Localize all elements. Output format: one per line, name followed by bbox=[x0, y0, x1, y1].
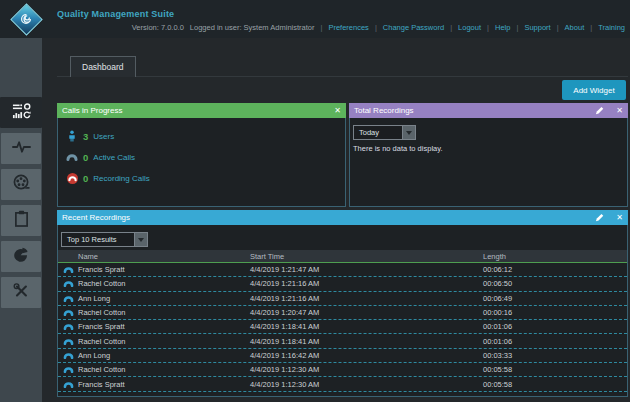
recording-start-time: 4/4/2019 1:12:30 AM bbox=[250, 365, 483, 374]
close-icon[interactable]: ✕ bbox=[334, 107, 341, 115]
recording-table-row[interactable]: Ann Long 4/4/2019 1:21:16 AM 00:06:49 bbox=[58, 292, 627, 306]
pie-chart-icon bbox=[13, 247, 29, 267]
app-header: Quality Management Suite Version: 7.0.0.… bbox=[0, 0, 630, 38]
tab-dashboard[interactable]: Dashboard bbox=[70, 56, 136, 77]
logged-in-user-label: Logged in user: System Administrator bbox=[190, 23, 315, 32]
recording-length: 00:01:06 bbox=[483, 337, 627, 346]
phone-handset-icon bbox=[58, 323, 78, 330]
recording-length: 00:03:33 bbox=[483, 351, 627, 360]
recording-name: Rachel Cotton bbox=[78, 365, 250, 374]
change-password-link[interactable]: Change Password bbox=[383, 23, 444, 32]
training-link[interactable]: Training bbox=[598, 23, 625, 32]
recording-start-time: 4/4/2019 1:18:41 AM bbox=[250, 337, 483, 346]
sidebar-item-dashboard[interactable] bbox=[0, 97, 42, 128]
phone-handset-icon bbox=[58, 395, 78, 397]
sidebar-item-recordings[interactable] bbox=[1, 169, 41, 200]
app-title: Quality Management Suite bbox=[57, 9, 174, 19]
edit-pencil-icon[interactable] bbox=[595, 213, 604, 222]
help-link[interactable]: Help bbox=[495, 23, 510, 32]
recording-name: Ann Long bbox=[78, 294, 250, 303]
recording-length: 00:05:58 bbox=[483, 380, 627, 389]
add-widget-button[interactable]: Add Widget bbox=[562, 80, 626, 100]
phone-handset-icon bbox=[58, 309, 78, 316]
close-icon[interactable]: ✕ bbox=[616, 107, 623, 115]
dashboard-icon bbox=[12, 103, 31, 123]
sidebar-item-reports[interactable] bbox=[1, 205, 41, 236]
nav-sidebar bbox=[0, 38, 42, 402]
sidebar-item-settings[interactable] bbox=[1, 277, 41, 308]
recording-start-time: 4/4/2019 1:21:16 AM bbox=[250, 294, 483, 303]
divider: | bbox=[557, 23, 559, 32]
recordings-reel-icon bbox=[13, 174, 30, 195]
recording-start-time: 4/4/2019 1:10:50 AM bbox=[250, 394, 483, 397]
recording-table-row[interactable]: Ann Long 4/4/2019 1:16:42 AM 00:03:33 bbox=[58, 349, 627, 363]
header-meta-bar: Version: 7.0.0.0 Logged in user: System … bbox=[132, 22, 625, 33]
start-time-column-header: Start Time bbox=[250, 252, 483, 261]
close-icon[interactable]: ✕ bbox=[616, 214, 623, 222]
recording-table-row[interactable]: Rachel Cotton 4/4/2019 1:18:41 AM 00:01:… bbox=[58, 334, 627, 348]
preferences-link[interactable]: Preferences bbox=[328, 23, 368, 32]
version-label: Version: 7.0.0.0 bbox=[132, 23, 184, 32]
settings-tools-icon bbox=[13, 283, 29, 303]
users-stat: 3 Users bbox=[66, 129, 345, 143]
phone-handset-icon bbox=[58, 352, 78, 359]
active-calls-label: Active Calls bbox=[93, 153, 135, 162]
sidebar-item-activity[interactable] bbox=[1, 133, 41, 164]
users-count: 3 bbox=[83, 131, 88, 142]
no-data-message: There is no data to display. bbox=[353, 144, 624, 153]
total-recordings-widget: Total Recordings ✕ Today There is no dat… bbox=[349, 103, 628, 207]
recording-start-time: 4/4/2019 1:20:47 AM bbox=[250, 308, 483, 317]
logout-link[interactable]: Logout bbox=[458, 23, 481, 32]
recording-length: 00:01:06 bbox=[483, 322, 627, 331]
phone-handset-icon bbox=[58, 280, 78, 287]
users-label: Users bbox=[93, 132, 114, 141]
phone-handset-icon bbox=[58, 295, 78, 302]
recording-name: Rachel Cotton bbox=[78, 279, 250, 288]
sidebar-item-analytics[interactable] bbox=[1, 241, 41, 272]
recordings-table-rows: Francis Spratt 4/4/2019 1:21:47 AM 00:06… bbox=[58, 263, 627, 397]
recent-recordings-header: Recent Recordings ✕ bbox=[57, 210, 628, 225]
recording-name: Ann Long bbox=[78, 394, 250, 397]
recording-table-row[interactable]: Rachel Cotton 4/4/2019 1:20:47 AM 00:00:… bbox=[58, 306, 627, 320]
recording-length: 00:05:58 bbox=[483, 365, 627, 374]
about-link[interactable]: About bbox=[565, 23, 585, 32]
results-filter-row: Top 10 Results bbox=[58, 225, 627, 250]
recording-length: 00:06:50 bbox=[483, 279, 627, 288]
calls-in-progress-widget: Calls in Progress ✕ 3 Users 0 Active Cal… bbox=[57, 103, 346, 207]
recording-calls-count: 0 bbox=[83, 173, 88, 184]
support-link[interactable]: Support bbox=[524, 23, 550, 32]
recording-table-row[interactable]: Ann Long 4/4/2019 1:10:50 AM 00:03:50 bbox=[58, 392, 627, 397]
recording-table-row[interactable]: Francis Spratt 4/4/2019 1:12:30 AM 00:05… bbox=[58, 377, 627, 391]
recording-calls-stat: 0 Recording Calls bbox=[66, 171, 345, 185]
results-count-select[interactable]: Top 10 Results bbox=[61, 232, 148, 247]
phone-handset-icon bbox=[58, 366, 78, 373]
activity-pulse-icon bbox=[12, 140, 31, 158]
range-select-value: Today bbox=[354, 128, 402, 137]
divider: | bbox=[487, 23, 489, 32]
recordings-table-header: Name Start Time Length bbox=[58, 250, 627, 263]
recent-recordings-body: Top 10 Results Name Start Time Length Fr… bbox=[57, 225, 628, 397]
chevron-down-icon bbox=[134, 233, 147, 246]
total-recordings-range-select[interactable]: Today bbox=[353, 125, 416, 140]
recent-recordings-title: Recent Recordings bbox=[62, 213, 595, 222]
edit-pencil-icon[interactable] bbox=[595, 106, 604, 115]
phone-handset-icon bbox=[66, 153, 78, 161]
recording-name: Rachel Cotton bbox=[78, 337, 250, 346]
recording-table-row[interactable]: Rachel Cotton 4/4/2019 1:12:30 AM 00:05:… bbox=[58, 363, 627, 377]
results-select-value: Top 10 Results bbox=[62, 235, 134, 244]
active-calls-stat: 0 Active Calls bbox=[66, 150, 345, 164]
name-column-header: Name bbox=[78, 252, 250, 261]
recording-start-time: 4/4/2019 1:18:41 AM bbox=[250, 322, 483, 331]
recording-table-row[interactable]: Francis Spratt 4/4/2019 1:18:41 AM 00:01… bbox=[58, 320, 627, 334]
recording-length: 00:00:16 bbox=[483, 308, 627, 317]
recording-table-row[interactable]: Francis Spratt 4/4/2019 1:21:47 AM 00:06… bbox=[58, 263, 627, 277]
recording-start-time: 4/4/2019 1:21:16 AM bbox=[250, 279, 483, 288]
total-recordings-title: Total Recordings bbox=[354, 106, 595, 115]
chevron-down-icon bbox=[402, 126, 415, 139]
divider: | bbox=[375, 23, 377, 32]
clipboard-icon bbox=[14, 210, 29, 231]
recording-table-row[interactable]: Rachel Cotton 4/4/2019 1:21:16 AM 00:06:… bbox=[58, 277, 627, 291]
recording-name: Francis Spratt bbox=[78, 380, 250, 389]
recording-phone-icon bbox=[66, 173, 78, 184]
phone-handset-icon bbox=[58, 338, 78, 345]
